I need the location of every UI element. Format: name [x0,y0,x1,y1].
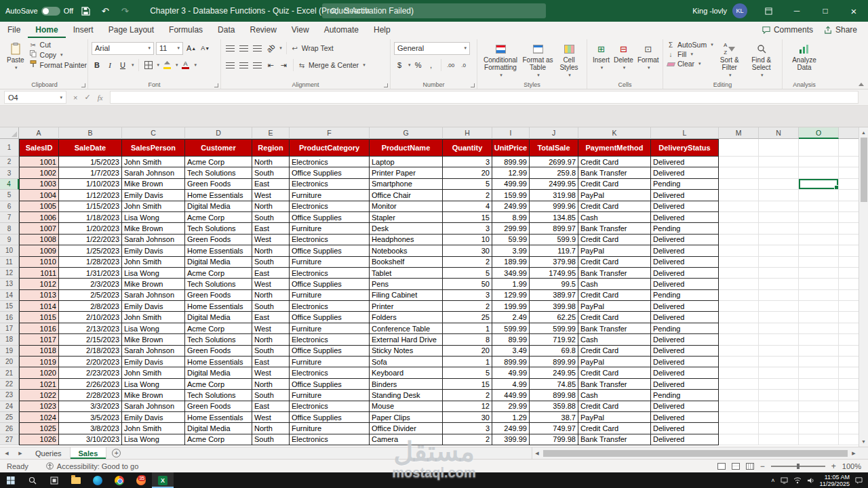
cell[interactable]: Cash [578,279,651,289]
cell-M6[interactable] [719,201,759,212]
save-button[interactable] [78,3,93,18]
cell[interactable]: Digital Media [185,423,252,434]
cell[interactable]: 1023 [19,401,59,412]
cell[interactable]: Mike Brown [122,334,185,345]
browser-badge-button[interactable]: 35 [130,472,152,488]
cell[interactable]: 2.49 [492,312,530,323]
cell-M7[interactable] [719,212,759,223]
row-header-12[interactable]: 12 [0,268,19,279]
close-button[interactable]: × [840,0,868,22]
cell[interactable]: 1013 [19,290,59,301]
cell-M24[interactable] [719,401,759,412]
cell[interactable]: Digital Media [185,367,252,378]
cell-O16[interactable] [799,312,839,323]
cell[interactable]: 379.98 [530,257,578,268]
cell[interactable]: Tech Solutions [185,167,252,178]
cell-N23[interactable] [759,390,799,401]
cell[interactable]: 8 [443,334,492,345]
cell[interactable]: North [252,157,290,167]
zoom-slider[interactable] [771,466,825,467]
cell[interactable]: 249.99 [492,201,530,212]
cell[interactable]: 4 [443,201,492,212]
avatar[interactable]: KL [732,3,747,18]
cell[interactable]: Home Essentials [185,245,252,256]
cell[interactable]: Home Essentials [185,301,252,312]
select-all-button[interactable] [0,127,19,139]
row-header-10[interactable]: 10 [0,245,19,256]
cell-M8[interactable] [719,223,759,234]
cell[interactable]: 2/20/2023 [59,357,122,367]
cell[interactable]: Pending [651,323,719,334]
column-header-O[interactable]: O [799,127,839,139]
font-color-button[interactable]: A [180,59,191,71]
cell[interactable]: 749.97 [530,423,578,434]
font-name-select[interactable]: Arial▾ [92,42,154,55]
cell[interactable]: Tablet [370,268,443,279]
cell[interactable]: Electronics [290,235,370,245]
cell[interactable]: Credit Card [578,201,651,212]
cell-N18[interactable] [759,334,799,345]
cell[interactable]: Stapler [370,212,443,223]
ribbon-display-options-button[interactable] [754,0,783,22]
cell[interactable]: Credit Card [578,312,651,323]
align-bottom-icon[interactable] [252,42,263,54]
cell[interactable]: Tech Solutions [185,223,252,234]
vertical-scrollbar[interactable]: ▲ ▼ [859,127,868,447]
row-header-3[interactable]: 3 [0,167,19,178]
cell[interactable]: 5 [443,367,492,378]
cell-O25[interactable] [799,412,839,423]
sheet-nav-right-icon[interactable]: ▶ [18,451,22,456]
cell[interactable]: 2/10/2023 [59,312,122,323]
autosave-switch-icon[interactable] [41,7,60,16]
column-header-E[interactable]: E [252,127,290,139]
collapse-ribbon-icon[interactable] [859,83,864,86]
cell-N17[interactable] [759,323,799,334]
cell[interactable]: 1/7/2023 [59,167,122,178]
cell[interactable]: Delivered [651,412,719,423]
cell[interactable]: Office Chair [370,190,443,201]
column-header-J[interactable]: J [530,127,578,139]
tab-review[interactable]: Review [242,22,283,38]
selected-cell-O4[interactable] [799,179,839,190]
cell[interactable]: Emily Davis [122,412,185,423]
cell[interactable]: Office Supplies [290,167,370,178]
cell-N15[interactable] [759,301,799,312]
column-header-B[interactable]: B [59,127,122,139]
cell-M19[interactable] [719,346,759,357]
table-header-Quantity[interactable]: Quantity [443,139,492,157]
cell[interactable]: 2/23/2023 [59,367,122,378]
cell-O7[interactable] [799,212,839,223]
column-header-A[interactable]: A [19,127,59,139]
wrap-text-button[interactable]: ↩Wrap Text [291,44,334,52]
cell[interactable]: 2/13/2023 [59,323,122,334]
align-top-icon[interactable] [224,42,236,54]
cell-M16[interactable] [719,312,759,323]
cell[interactable]: Electronics [290,201,370,212]
cell[interactable]: 1012 [19,279,59,289]
clipboard-dialog-launcher-icon[interactable] [81,83,85,87]
table-header-UnitPrice[interactable]: UnitPrice [492,139,530,157]
cell[interactable]: Pending [651,223,719,234]
cell[interactable]: Bank Transfer [578,223,651,234]
cell[interactable]: PayPal [578,357,651,367]
font-size-select[interactable]: 11▾ [156,42,183,55]
cell[interactable]: Bank Transfer [578,379,651,390]
cell[interactable]: Electronics [290,268,370,279]
cell[interactable]: 129.99 [492,290,530,301]
cell[interactable]: 15 [443,212,492,223]
row-header-25[interactable]: 25 [0,412,19,423]
analyze-data-button[interactable]: Analyze Data [786,41,823,80]
cell[interactable]: Bookshelf [370,257,443,268]
cell[interactable]: Electronics [290,157,370,167]
cell[interactable]: Delivered [651,367,719,378]
cell[interactable]: Tech Solutions [185,334,252,345]
cell[interactable]: 199.99 [492,301,530,312]
cell[interactable]: 349.99 [492,268,530,279]
comments-button[interactable]: Comments [762,25,813,35]
alignment-dialog-launcher-icon[interactable] [384,83,388,87]
cell[interactable]: Furniture [290,390,370,401]
task-view-button[interactable] [43,472,65,488]
cell[interactable]: 8.99 [492,212,530,223]
column-header-I[interactable]: I [492,127,530,139]
cell[interactable]: Delivered [651,379,719,390]
